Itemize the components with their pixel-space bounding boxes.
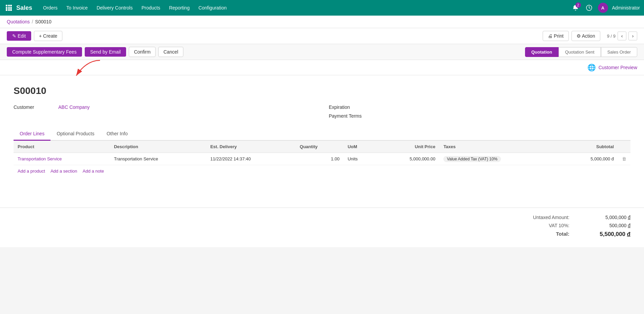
topnav-right: 2 A Administrator bbox=[571, 3, 640, 13]
add-product-link[interactable]: Add a product bbox=[18, 169, 45, 174]
status-step-quotation[interactable]: Quotation bbox=[525, 47, 559, 57]
cell-subtotal: 5,000,000 đ bbox=[560, 153, 618, 165]
add-links: Add a product Add a section Add a note bbox=[14, 165, 630, 177]
top-navigation: Sales Orders To Invoice Delivery Control… bbox=[0, 0, 644, 16]
form-col-right: Expiration Payment Terms bbox=[329, 104, 630, 122]
notification-bell[interactable]: 2 bbox=[571, 3, 580, 13]
customer-preview-label: Customer Preview bbox=[599, 65, 637, 70]
pager-prev-button[interactable]: ‹ bbox=[618, 32, 626, 40]
admin-name: Administrator bbox=[612, 5, 640, 11]
total-row: Total: 5,500,000 đ bbox=[529, 231, 630, 238]
apps-icon[interactable] bbox=[4, 3, 14, 13]
document-number: S00010 bbox=[14, 85, 630, 96]
status-step-quotation-sent[interactable]: Quotation Sent bbox=[559, 47, 601, 57]
total-value: 5,500,000 đ bbox=[583, 231, 630, 238]
tab-order-lines[interactable]: Order Lines bbox=[14, 127, 51, 141]
status-pipeline: Quotation Quotation Sent Sales Order bbox=[525, 47, 638, 57]
svg-rect-7 bbox=[8, 9, 10, 11]
product-link[interactable]: Transportation Service bbox=[18, 156, 62, 161]
breadcrumb-separator: / bbox=[32, 19, 33, 24]
gear-icon: ⚙ bbox=[577, 33, 582, 39]
expiration-field: Expiration bbox=[329, 104, 630, 110]
svg-rect-0 bbox=[6, 5, 7, 6]
menu-item-to-invoice[interactable]: To Invoice bbox=[62, 3, 92, 13]
avatar[interactable]: A bbox=[598, 3, 608, 13]
vat-label: VAT 10%: bbox=[549, 223, 569, 228]
svg-rect-1 bbox=[8, 5, 10, 6]
col-unit-price: Unit Price bbox=[377, 141, 439, 153]
svg-rect-5 bbox=[10, 7, 12, 9]
pager-text: 9 / 9 bbox=[607, 34, 616, 39]
create-button[interactable]: + Create bbox=[34, 31, 62, 41]
menu-item-delivery-controls[interactable]: Delivery Controls bbox=[93, 3, 137, 13]
cell-delete[interactable]: 🗑 bbox=[618, 153, 630, 165]
col-subtotal: Subtotal bbox=[560, 141, 618, 153]
svg-line-11 bbox=[589, 8, 590, 8]
breadcrumb: Quotations / S00010 bbox=[0, 16, 644, 28]
payment-terms-field: Payment Terms bbox=[329, 113, 630, 119]
totals-table: Untaxed Amount: 5,000,000 đ VAT 10%: 500… bbox=[529, 215, 630, 240]
totals-section: Untaxed Amount: 5,000,000 đ VAT 10%: 500… bbox=[0, 208, 644, 247]
untaxed-amount-label: Untaxed Amount: bbox=[533, 215, 569, 220]
col-uom: UoM bbox=[344, 141, 377, 153]
confirm-button[interactable]: Confirm bbox=[129, 47, 156, 57]
expiration-label: Expiration bbox=[329, 104, 369, 110]
col-quantity: Quantity bbox=[296, 141, 343, 153]
cell-product: Transportation Service bbox=[14, 153, 110, 165]
untaxed-amount-row: Untaxed Amount: 5,000,000 đ bbox=[529, 215, 630, 220]
vat-row: VAT 10%: 500,000 đ bbox=[529, 223, 630, 228]
menu-item-configuration[interactable]: Configuration bbox=[194, 3, 230, 13]
payment-terms-label: Payment Terms bbox=[329, 113, 369, 119]
tabs-bar: Order Lines Optional Products Other Info bbox=[14, 127, 630, 141]
send-email-button[interactable]: Send by Email bbox=[85, 47, 126, 57]
add-note-link[interactable]: Add a note bbox=[83, 169, 104, 174]
tab-optional-products[interactable]: Optional Products bbox=[51, 127, 100, 141]
print-button[interactable]: 🖨 Print bbox=[543, 31, 569, 41]
tab-other-info[interactable]: Other Info bbox=[100, 127, 134, 141]
add-section-link[interactable]: Add a section bbox=[51, 169, 77, 174]
pager-next-button[interactable]: › bbox=[628, 32, 637, 40]
edit-icon: ✎ bbox=[12, 33, 18, 39]
table-row: Transportation Service Transportation Se… bbox=[14, 153, 630, 165]
vat-value: 500,000 đ bbox=[583, 223, 630, 228]
pager: 9 / 9 ‹ › bbox=[607, 32, 637, 40]
globe-icon: 🌐 bbox=[587, 63, 596, 72]
action-button[interactable]: ⚙ Action bbox=[571, 31, 600, 41]
menu-item-reporting[interactable]: Reporting bbox=[165, 3, 194, 13]
compute-fees-button[interactable]: Compute Supplementary Fees bbox=[7, 47, 82, 57]
cell-uom: Units bbox=[344, 153, 377, 165]
menu-item-orders[interactable]: Orders bbox=[39, 3, 62, 13]
col-actions bbox=[618, 141, 630, 153]
cancel-button[interactable]: Cancel bbox=[158, 47, 183, 57]
cell-description: Transportation Service bbox=[110, 153, 206, 165]
svg-rect-8 bbox=[10, 9, 12, 11]
breadcrumb-parent[interactable]: Quotations bbox=[7, 19, 30, 24]
svg-rect-4 bbox=[8, 7, 10, 9]
edit-button[interactable]: ✎ Edit bbox=[7, 31, 31, 41]
col-product: Product bbox=[14, 141, 110, 153]
status-step-sales-order[interactable]: Sales Order bbox=[601, 47, 637, 57]
svg-rect-3 bbox=[6, 7, 7, 9]
tax-badge: Value Added Tax (VAT) 10% bbox=[443, 156, 501, 162]
form-col-left: Customer ABC Company bbox=[14, 104, 315, 122]
clock-icon[interactable] bbox=[584, 3, 594, 13]
svg-rect-2 bbox=[10, 5, 12, 6]
cell-unit-price: 5,000,000.00 bbox=[377, 153, 439, 165]
cell-quantity: 1.00 bbox=[296, 153, 343, 165]
col-taxes: Taxes bbox=[439, 141, 560, 153]
customer-label: Customer bbox=[14, 104, 54, 110]
total-label: Total: bbox=[556, 231, 569, 238]
currency-underline-total: đ bbox=[627, 231, 630, 237]
customer-preview-bar: 🌐 Customer Preview bbox=[0, 60, 644, 75]
notification-count: 2 bbox=[576, 2, 581, 8]
customer-field: Customer ABC Company bbox=[14, 104, 315, 110]
top-menu: Orders To Invoice Delivery Controls Prod… bbox=[39, 3, 569, 13]
svg-rect-6 bbox=[6, 9, 7, 11]
print-icon: 🖨 bbox=[548, 33, 554, 39]
customer-value[interactable]: ABC Company bbox=[58, 104, 90, 110]
cell-taxes: Value Added Tax (VAT) 10% bbox=[439, 153, 560, 165]
customer-preview-link[interactable]: 🌐 Customer Preview bbox=[587, 63, 637, 72]
menu-item-products[interactable]: Products bbox=[137, 3, 164, 13]
breadcrumb-current: S00010 bbox=[35, 19, 52, 24]
app-brand: Sales bbox=[16, 4, 32, 12]
